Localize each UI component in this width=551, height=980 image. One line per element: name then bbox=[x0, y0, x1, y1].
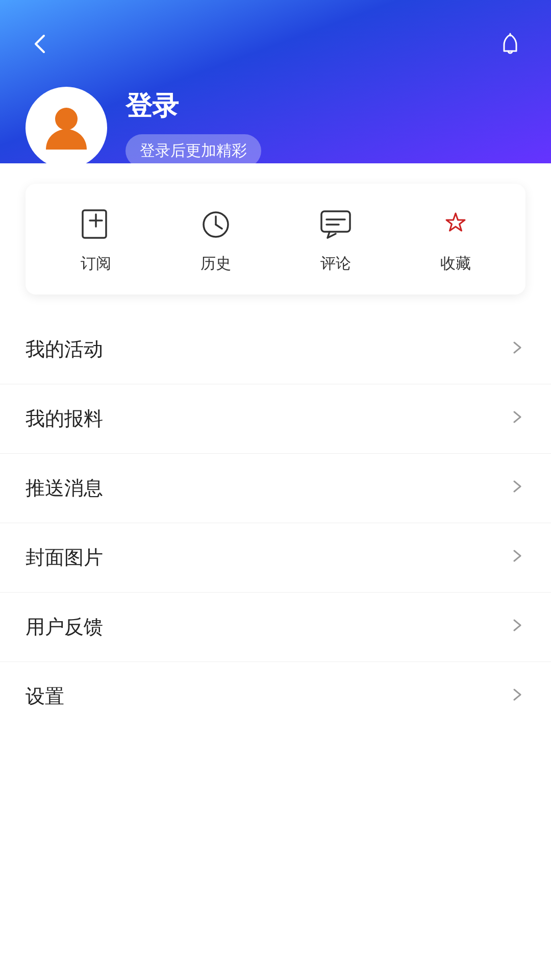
back-button[interactable] bbox=[26, 31, 56, 61]
chevron-right-icon bbox=[509, 617, 525, 638]
menu-item-push-messages[interactable]: 推送消息 bbox=[0, 454, 551, 523]
svg-line-7 bbox=[216, 225, 222, 229]
action-subscribe[interactable]: 订阅 bbox=[36, 204, 156, 274]
history-icon bbox=[195, 204, 236, 245]
header-background: 登录 登录后更加精彩 bbox=[0, 0, 551, 163]
comments-label: 评论 bbox=[320, 253, 351, 274]
subscribe-icon bbox=[76, 204, 116, 245]
back-icon bbox=[29, 32, 53, 60]
svg-rect-8 bbox=[321, 211, 350, 232]
svg-point-1 bbox=[55, 108, 78, 130]
menu-item-my-reports[interactable]: 我的报料 bbox=[0, 384, 551, 454]
menu-item-my-activities[interactable]: 我的活动 bbox=[0, 315, 551, 384]
chevron-right-icon bbox=[509, 547, 525, 569]
user-avatar-icon bbox=[36, 96, 97, 159]
menu-item-cover-image[interactable]: 封面图片 bbox=[0, 523, 551, 593]
top-bar bbox=[26, 31, 525, 61]
profile-section: 登录 登录后更加精彩 bbox=[26, 87, 525, 168]
chevron-right-icon bbox=[509, 478, 525, 499]
action-favorites[interactable]: 收藏 bbox=[395, 204, 515, 274]
chevron-right-icon bbox=[509, 686, 525, 707]
notification-button[interactable] bbox=[495, 31, 525, 61]
menu-item-user-feedback[interactable]: 用户反馈 bbox=[0, 593, 551, 662]
favorites-icon bbox=[435, 204, 476, 245]
login-subtitle-button[interactable]: 登录后更加精彩 bbox=[126, 134, 261, 167]
action-comments[interactable]: 评论 bbox=[276, 204, 395, 274]
login-title[interactable]: 登录 bbox=[126, 88, 261, 124]
avatar[interactable] bbox=[26, 87, 107, 168]
menu-item-settings[interactable]: 设置 bbox=[0, 662, 551, 731]
quick-actions-card: 订阅 历史 评论 收藏 bbox=[26, 184, 525, 295]
subscribe-label: 订阅 bbox=[81, 253, 111, 274]
menu-list: 我的活动 我的报料 推送消息 封面图片 用户反馈 设置 bbox=[0, 315, 551, 731]
favorites-label: 收藏 bbox=[440, 253, 471, 274]
profile-info: 登录 登录后更加精彩 bbox=[126, 88, 261, 167]
bell-icon bbox=[497, 32, 523, 60]
comments-icon bbox=[315, 204, 356, 245]
svg-rect-2 bbox=[83, 210, 106, 238]
chevron-right-icon bbox=[509, 408, 525, 430]
history-label: 历史 bbox=[201, 253, 231, 274]
chevron-right-icon bbox=[509, 339, 525, 360]
action-history[interactable]: 历史 bbox=[156, 204, 276, 274]
